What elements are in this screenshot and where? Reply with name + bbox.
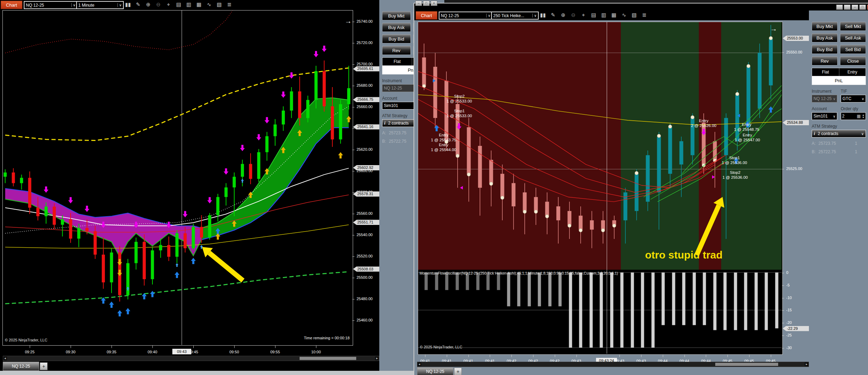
candle: [233, 177, 236, 188]
maximize-icon[interactable]: □: [859, 5, 866, 10]
buy-ask-button[interactable]: Buy Ask: [382, 23, 411, 32]
candle: [489, 160, 493, 183]
draw-icon[interactable]: ✎: [550, 12, 557, 18]
data-box-icon[interactable]: ▤: [590, 12, 597, 18]
candle: [61, 219, 64, 225]
entry-tab[interactable]: Entry: [839, 68, 866, 76]
drawing-line-icon[interactable]: ∿: [620, 12, 627, 18]
candle: [77, 228, 80, 239]
right-chart-canvas[interactable]: Stop21 @ 25533.00Stop11 @ 25533.00Entry1…: [418, 22, 782, 270]
right-instrument-dropdown[interactable]: NQ 12-25∨: [439, 12, 493, 20]
sell-mkt-button[interactable]: Sell Mkt: [840, 22, 866, 31]
maximize-icon[interactable]: □: [423, 1, 430, 6]
price-tick-label: 25560.00: [357, 211, 373, 215]
price-tick: [352, 278, 354, 278]
zoom-in-icon[interactable]: ⊕: [560, 12, 567, 18]
instrument-select[interactable]: NQ 12-25∨: [812, 95, 837, 102]
minimize-icon[interactable]: –: [415, 1, 422, 6]
atm-strategy-select[interactable]: i2 contracts∨: [812, 130, 866, 137]
close-button[interactable]: Close: [840, 56, 866, 65]
right-window-chart-tab[interactable]: Chart: [416, 11, 437, 20]
left-time-axis[interactable]: 09:2509:3009:3509:4009:4509:5009:5510:00…: [3, 346, 352, 355]
price-tick: [352, 299, 354, 299]
oscillator-canvas[interactable]: MomentumFlowOscillator(NQ 12-25 (250 Tic…: [418, 270, 782, 354]
scroll-left-icon[interactable]: ◄: [3, 356, 7, 360]
price-tick-label: 25525.00: [786, 167, 802, 171]
left-chart-canvas[interactable]: [3, 10, 352, 345]
scroll-right-icon[interactable]: ►: [375, 356, 379, 360]
sell-ask-button[interactable]: Sell Ask: [840, 33, 866, 42]
candle: [298, 91, 301, 118]
toolbar-button[interactable]: [836, 5, 843, 10]
panel-icon[interactable]: ▥: [185, 1, 192, 8]
left-scrollbar-thumb[interactable]: [300, 357, 356, 360]
indicator-icon[interactable]: ▦: [610, 12, 617, 18]
rev-button[interactable]: Rev: [382, 46, 411, 55]
flat-tab[interactable]: Flat: [382, 58, 412, 65]
left-go-to-end-icon[interactable]: →: [345, 17, 352, 24]
atm-strategy-label: ATM Strategy: [812, 124, 866, 129]
left-window-chart-tab[interactable]: Chart: [1, 1, 22, 9]
buy-ask-button[interactable]: Buy Ask: [812, 33, 838, 42]
tif-select[interactable]: GTC∨: [841, 95, 866, 102]
left-add-tab-button[interactable]: +: [40, 362, 48, 370]
right-chart-plot-frame: Stop21 @ 25533.00Stop11 @ 25533.00Entry1…: [418, 22, 783, 355]
rev-button[interactable]: Rev: [812, 56, 838, 65]
time-tick: [727, 355, 728, 357]
right-go-to-end-icon[interactable]: →: [770, 25, 777, 32]
left-tab-label: NQ 12-25: [12, 364, 30, 369]
buy-mkt-button[interactable]: Buy Mkt: [812, 22, 838, 31]
candle: [3, 172, 7, 177]
candle: [224, 188, 228, 197]
right-add-tab-button[interactable]: +: [454, 368, 462, 375]
sell-bid-button[interactable]: Sell Bid: [840, 45, 866, 54]
left-data-series-tab[interactable]: NQ 12-25: [3, 362, 39, 371]
zoom-out-icon[interactable]: ⊖: [570, 12, 577, 18]
buy-bid-button[interactable]: Buy Bid: [382, 34, 411, 43]
candle: [758, 53, 762, 109]
right-tab-label: NQ 12-25: [426, 369, 444, 374]
arrow-marker: [125, 308, 130, 314]
zoom-in-icon[interactable]: ⊕: [145, 1, 152, 8]
zoom-out-icon[interactable]: ⊖: [155, 1, 162, 8]
scroll-right-icon[interactable]: ►: [805, 362, 809, 366]
chart-style-icon[interactable]: ▮▮: [124, 1, 131, 8]
flat-tab[interactable]: Flat: [812, 68, 839, 76]
crosshair-icon[interactable]: ⌖: [580, 12, 587, 18]
right-scrollbar-thumb[interactable]: [715, 363, 778, 366]
left-instrument-dropdown[interactable]: NQ 12-25∨: [24, 1, 78, 9]
buy-bid-button[interactable]: Buy Bid: [812, 45, 838, 54]
account-select[interactable]: Sim101∨: [812, 112, 837, 120]
candle: [85, 228, 88, 231]
data-box-icon[interactable]: ▤: [175, 1, 182, 8]
left-interval-dropdown[interactable]: 1 Minute∨: [76, 1, 124, 9]
minimize-icon[interactable]: –: [852, 5, 858, 10]
chart-style-icon[interactable]: ▮▮: [539, 12, 546, 18]
left-price-axis[interactable]: 25740.0025720.0025700.0025680.0025660.00…: [352, 10, 379, 345]
crosshair-icon[interactable]: ⌖: [165, 1, 172, 8]
right-data-series-tab[interactable]: NQ 12-25: [417, 367, 453, 375]
draw-icon[interactable]: ✎: [135, 1, 142, 8]
left-scrollbar[interactable]: ◄ ►: [3, 356, 379, 361]
list-icon[interactable]: ≣: [226, 1, 233, 8]
upper-dotted-red: [5, 10, 234, 53]
right-scrollbar[interactable]: ◄ ►: [417, 362, 809, 367]
list-icon[interactable]: ≣: [641, 12, 648, 18]
quantity-stepper[interactable]: 2▦▲▼: [841, 112, 866, 120]
price-tick: [352, 192, 354, 193]
right-interval-dropdown[interactable]: 250 Tick Heike...∨: [491, 12, 539, 20]
properties-icon[interactable]: ▧: [216, 1, 223, 8]
panel-icon[interactable]: ▥: [600, 12, 607, 18]
right-price-axis[interactable]: 25550.0025525.0025553.0025534.880-5-10-1…: [782, 22, 809, 354]
scroll-left-icon[interactable]: ◄: [417, 362, 421, 366]
indicator-icon[interactable]: ▦: [195, 1, 202, 8]
spinner-icons[interactable]: ▲▼: [862, 114, 865, 119]
close-icon[interactable]: ×: [431, 1, 437, 6]
drawing-line-icon[interactable]: ∿: [206, 1, 213, 8]
properties-icon[interactable]: ▧: [631, 12, 638, 18]
calculator-icon[interactable]: ▦: [857, 114, 861, 119]
oscillator-bar: [538, 273, 541, 306]
signal-dot: [691, 115, 694, 119]
toolbar-button[interactable]: [844, 5, 851, 10]
buy-mkt-button[interactable]: Buy Mkt: [382, 11, 411, 20]
